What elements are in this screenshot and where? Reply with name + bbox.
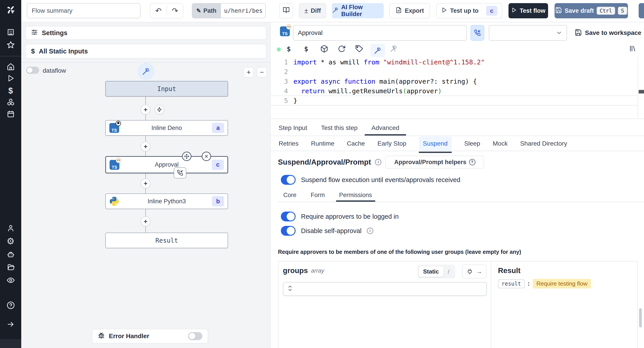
add-step-button[interactable]: + bbox=[141, 216, 150, 226]
advanced-tabs: RetriesRuntimeCacheEarly StopSuspendSlee… bbox=[270, 136, 644, 151]
audit-eye-icon[interactable] bbox=[6, 276, 15, 286]
variables-dollar-icon[interactable]: $ bbox=[8, 86, 13, 96]
subtab-permissions[interactable]: Permissions bbox=[339, 188, 372, 202]
runs-play-icon[interactable] bbox=[7, 74, 14, 83]
test-flow-button[interactable]: Test flow bbox=[508, 3, 548, 18]
result-key-chip[interactable]: result bbox=[498, 279, 524, 288]
require-login-toggle[interactable] bbox=[281, 212, 296, 222]
fx-segment[interactable]: ƒ bbox=[444, 268, 454, 275]
content-scrollbar-thumb[interactable] bbox=[639, 308, 642, 328]
home-icon[interactable] bbox=[7, 62, 15, 72]
tab-shared-directory[interactable]: Shared Directory bbox=[520, 136, 567, 151]
panel-inner-divider bbox=[491, 262, 491, 348]
tab-early-stop[interactable]: Early Stop bbox=[378, 136, 406, 151]
info-icon[interactable]: i bbox=[375, 159, 381, 165]
resources-cubes-icon[interactable] bbox=[7, 98, 15, 107]
info-icon[interactable]: i bbox=[367, 228, 373, 234]
tab-mock[interactable]: Mock bbox=[492, 136, 508, 151]
add-step-button[interactable]: + bbox=[141, 142, 150, 152]
reload-icon[interactable] bbox=[338, 45, 346, 54]
docs-button[interactable] bbox=[279, 3, 293, 18]
all-static-inputs-card[interactable]: $ All Static Inputs bbox=[25, 44, 266, 58]
suspend-flow-toggle[interactable] bbox=[281, 175, 296, 185]
delete-step-button[interactable]: × bbox=[202, 152, 211, 161]
schedules-calendar-icon[interactable] bbox=[7, 110, 15, 119]
editor-scrollbar[interactable] bbox=[638, 57, 644, 118]
flow-node-input[interactable]: Input bbox=[105, 81, 228, 96]
zoom-in-button[interactable]: + bbox=[244, 67, 254, 78]
path-value[interactable]: u/henri/bes bbox=[221, 8, 266, 14]
test-up-to-button[interactable]: Test up to c bbox=[436, 3, 502, 18]
suspend-phone-button[interactable] bbox=[470, 25, 484, 41]
variables-dollar-icon[interactable]: $ bbox=[304, 45, 308, 53]
add-step-button[interactable]: + bbox=[141, 178, 150, 188]
static-segment[interactable]: Static bbox=[418, 266, 444, 277]
package-icon[interactable] bbox=[320, 45, 328, 54]
collapse-arrow-icon[interactable] bbox=[7, 320, 15, 329]
save-to-workspace-button[interactable]: Save to workspace bbox=[575, 25, 641, 41]
error-handler-toggle[interactable] bbox=[188, 332, 202, 340]
help-icon[interactable] bbox=[6, 301, 15, 310]
move-step-handle[interactable] bbox=[182, 152, 192, 161]
flow-node-inline-python[interactable]: Inline Python3 b bbox=[105, 194, 228, 209]
flow-node-result[interactable]: Result bbox=[105, 232, 228, 248]
result-value-highlight[interactable]: Require testing flow bbox=[533, 279, 591, 288]
tab-suspend[interactable]: Suspend bbox=[419, 136, 452, 151]
diff-button[interactable]: ± Diff bbox=[299, 3, 326, 18]
code-line[interactable]: export async function main(approver?: st… bbox=[294, 76, 637, 86]
save-draft-button[interactable]: Save draft Ctrl S bbox=[554, 3, 628, 18]
undo-icon[interactable]: ↶ bbox=[150, 6, 166, 15]
folders-icon[interactable] bbox=[7, 263, 15, 272]
tab-retries[interactable]: Retries bbox=[278, 136, 298, 151]
ai-flow-builder-button[interactable]: AI Flow Builder bbox=[332, 3, 384, 18]
tab-step-input[interactable]: Step Input bbox=[278, 120, 307, 136]
settings-gear-icon[interactable]: ⚙ bbox=[7, 236, 15, 246]
tab-advanced[interactable]: Advanced bbox=[372, 120, 399, 136]
flow-settings-card[interactable]: Settings bbox=[25, 26, 266, 40]
add-step-button[interactable]: + bbox=[141, 105, 150, 114]
groups-array-input[interactable] bbox=[283, 282, 487, 296]
redo-icon[interactable]: ↷ bbox=[166, 6, 183, 15]
approval-phone-badge[interactable] bbox=[174, 167, 186, 178]
ai-fix-wand-icon[interactable] bbox=[390, 45, 398, 53]
trigger-bolt-button[interactable] bbox=[154, 105, 164, 114]
step-name-input[interactable]: Approval bbox=[293, 25, 467, 41]
windmill-logo-icon[interactable] bbox=[6, 5, 16, 16]
ai-assist-wand-button[interactable] bbox=[370, 44, 385, 57]
approval-prompt-helpers-button[interactable]: Approval/Prompt helpers ? bbox=[385, 156, 484, 169]
deploy-button-partial[interactable] bbox=[639, 3, 644, 18]
expand-chevrons-icon[interactable] bbox=[288, 285, 292, 293]
workspace-building-icon[interactable] bbox=[7, 28, 15, 37]
error-handler-bar[interactable]: Error Handler bbox=[92, 329, 208, 344]
ai-wand-fab[interactable] bbox=[137, 62, 155, 80]
assets-dollar-icon[interactable]: $ bbox=[287, 45, 291, 53]
editor-scrollbar-thumb[interactable] bbox=[639, 90, 644, 94]
export-button[interactable]: Export bbox=[389, 3, 430, 18]
tab-runtime[interactable]: Runtime bbox=[311, 136, 334, 151]
workers-robot-icon[interactable] bbox=[7, 250, 15, 260]
zoom-out-button[interactable]: − bbox=[257, 67, 267, 78]
typescript-icon: TS bbox=[110, 160, 120, 170]
tag-icon[interactable] bbox=[355, 45, 363, 54]
tag-select[interactable] bbox=[489, 25, 567, 41]
tab-test-this-step[interactable]: Test this step bbox=[321, 120, 358, 136]
disable-self-approval-toggle[interactable] bbox=[281, 226, 296, 236]
code-line[interactable]: import * as wmill from "windmill-client@… bbox=[294, 57, 637, 67]
code-editor[interactable]: 12345 import * as wmill from "windmill-c… bbox=[270, 57, 644, 118]
favorites-star-icon[interactable] bbox=[6, 41, 15, 50]
library-icon[interactable] bbox=[629, 45, 636, 53]
path-group[interactable]: ✎ Path u/henri/bes bbox=[192, 3, 266, 18]
code-line[interactable] bbox=[294, 67, 637, 76]
dataflow-toggle[interactable] bbox=[26, 67, 39, 74]
subtab-form[interactable]: Form bbox=[311, 188, 325, 202]
code-line[interactable]: return wmill.getResumeUrls(approver) bbox=[294, 86, 637, 96]
plug-connect-button[interactable]: → bbox=[462, 264, 486, 278]
tab-sleep[interactable]: Sleep bbox=[464, 136, 480, 151]
flow-summary-input[interactable]: Flow summary bbox=[27, 3, 140, 18]
tab-cache[interactable]: Cache bbox=[347, 136, 365, 151]
flow-node-inline-deno[interactable]: TS Inline Deno a bbox=[105, 120, 228, 136]
path-button[interactable]: ✎ Path bbox=[192, 4, 221, 18]
save-icon bbox=[555, 7, 562, 15]
subtab-core[interactable]: Core bbox=[283, 188, 296, 202]
users-person-icon[interactable] bbox=[7, 224, 15, 233]
